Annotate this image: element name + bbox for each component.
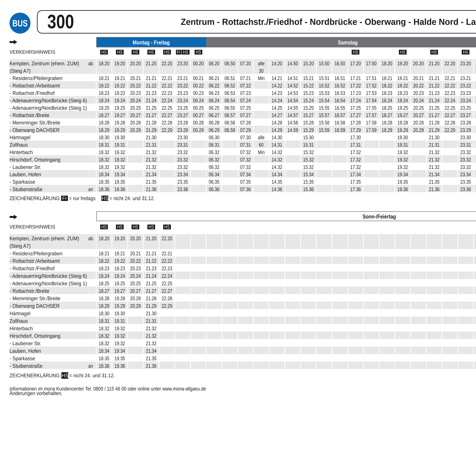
- svg-text:BUS: BUS: [12, 18, 28, 28]
